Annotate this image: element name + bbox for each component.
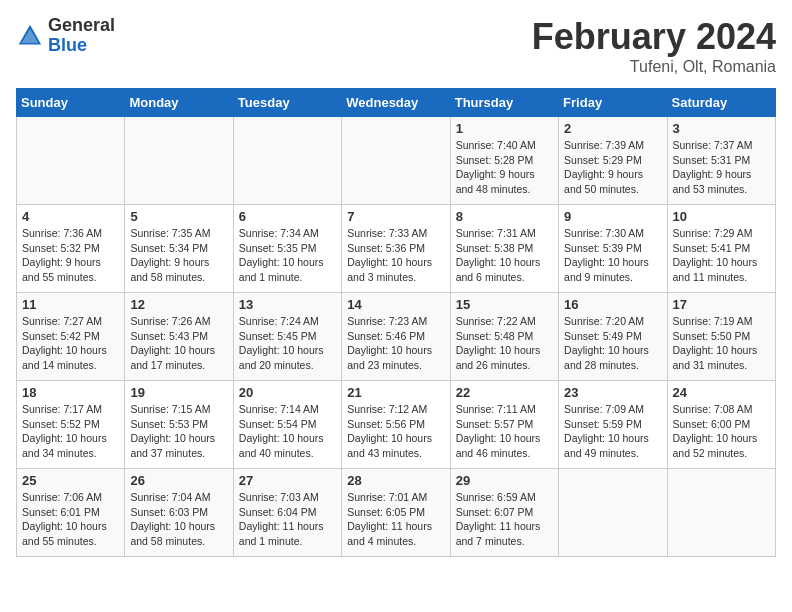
day-number: 21	[347, 385, 444, 400]
day-number: 14	[347, 297, 444, 312]
weekday-wednesday: Wednesday	[342, 89, 450, 117]
day-info: Sunrise: 7:35 AMSunset: 5:34 PMDaylight:…	[130, 226, 227, 285]
day-number: 7	[347, 209, 444, 224]
calendar-cell	[559, 469, 667, 557]
day-info: Sunrise: 7:04 AMSunset: 6:03 PMDaylight:…	[130, 490, 227, 549]
week-row-5: 25Sunrise: 7:06 AMSunset: 6:01 PMDayligh…	[17, 469, 776, 557]
calendar-cell: 14Sunrise: 7:23 AMSunset: 5:46 PMDayligh…	[342, 293, 450, 381]
day-info: Sunrise: 7:30 AMSunset: 5:39 PMDaylight:…	[564, 226, 661, 285]
calendar-cell: 2Sunrise: 7:39 AMSunset: 5:29 PMDaylight…	[559, 117, 667, 205]
logo: General Blue	[16, 16, 115, 56]
logo-text: General Blue	[48, 16, 115, 56]
day-number: 22	[456, 385, 553, 400]
calendar-cell: 8Sunrise: 7:31 AMSunset: 5:38 PMDaylight…	[450, 205, 558, 293]
calendar-cell	[233, 117, 341, 205]
week-row-4: 18Sunrise: 7:17 AMSunset: 5:52 PMDayligh…	[17, 381, 776, 469]
day-number: 9	[564, 209, 661, 224]
calendar-cell: 20Sunrise: 7:14 AMSunset: 5:54 PMDayligh…	[233, 381, 341, 469]
calendar-cell: 12Sunrise: 7:26 AMSunset: 5:43 PMDayligh…	[125, 293, 233, 381]
day-number: 4	[22, 209, 119, 224]
day-info: Sunrise: 7:03 AMSunset: 6:04 PMDaylight:…	[239, 490, 336, 549]
calendar-cell: 4Sunrise: 7:36 AMSunset: 5:32 PMDaylight…	[17, 205, 125, 293]
day-info: Sunrise: 6:59 AMSunset: 6:07 PMDaylight:…	[456, 490, 553, 549]
day-number: 1	[456, 121, 553, 136]
calendar-cell	[342, 117, 450, 205]
day-info: Sunrise: 7:24 AMSunset: 5:45 PMDaylight:…	[239, 314, 336, 373]
calendar-cell: 13Sunrise: 7:24 AMSunset: 5:45 PMDayligh…	[233, 293, 341, 381]
day-number: 12	[130, 297, 227, 312]
calendar-cell	[125, 117, 233, 205]
weekday-saturday: Saturday	[667, 89, 775, 117]
calendar-cell	[17, 117, 125, 205]
calendar-cell: 10Sunrise: 7:29 AMSunset: 5:41 PMDayligh…	[667, 205, 775, 293]
calendar-cell: 1Sunrise: 7:40 AMSunset: 5:28 PMDaylight…	[450, 117, 558, 205]
day-number: 23	[564, 385, 661, 400]
day-number: 2	[564, 121, 661, 136]
logo-general: General	[48, 16, 115, 36]
day-info: Sunrise: 7:09 AMSunset: 5:59 PMDaylight:…	[564, 402, 661, 461]
day-number: 27	[239, 473, 336, 488]
day-number: 18	[22, 385, 119, 400]
day-number: 5	[130, 209, 227, 224]
page-header: General Blue February 2024 Tufeni, Olt, …	[16, 16, 776, 76]
logo-icon	[16, 22, 44, 50]
day-info: Sunrise: 7:22 AMSunset: 5:48 PMDaylight:…	[456, 314, 553, 373]
day-info: Sunrise: 7:12 AMSunset: 5:56 PMDaylight:…	[347, 402, 444, 461]
day-number: 28	[347, 473, 444, 488]
calendar-header: SundayMondayTuesdayWednesdayThursdayFrid…	[17, 89, 776, 117]
calendar-cell: 15Sunrise: 7:22 AMSunset: 5:48 PMDayligh…	[450, 293, 558, 381]
day-number: 8	[456, 209, 553, 224]
weekday-row: SundayMondayTuesdayWednesdayThursdayFrid…	[17, 89, 776, 117]
calendar-cell: 25Sunrise: 7:06 AMSunset: 6:01 PMDayligh…	[17, 469, 125, 557]
calendar-cell: 9Sunrise: 7:30 AMSunset: 5:39 PMDaylight…	[559, 205, 667, 293]
day-number: 16	[564, 297, 661, 312]
day-info: Sunrise: 7:39 AMSunset: 5:29 PMDaylight:…	[564, 138, 661, 197]
logo-blue: Blue	[48, 36, 115, 56]
day-info: Sunrise: 7:01 AMSunset: 6:05 PMDaylight:…	[347, 490, 444, 549]
day-info: Sunrise: 7:20 AMSunset: 5:49 PMDaylight:…	[564, 314, 661, 373]
calendar-cell: 21Sunrise: 7:12 AMSunset: 5:56 PMDayligh…	[342, 381, 450, 469]
day-info: Sunrise: 7:26 AMSunset: 5:43 PMDaylight:…	[130, 314, 227, 373]
day-number: 26	[130, 473, 227, 488]
day-info: Sunrise: 7:37 AMSunset: 5:31 PMDaylight:…	[673, 138, 770, 197]
day-info: Sunrise: 7:34 AMSunset: 5:35 PMDaylight:…	[239, 226, 336, 285]
day-number: 29	[456, 473, 553, 488]
calendar-cell: 22Sunrise: 7:11 AMSunset: 5:57 PMDayligh…	[450, 381, 558, 469]
week-row-2: 4Sunrise: 7:36 AMSunset: 5:32 PMDaylight…	[17, 205, 776, 293]
day-info: Sunrise: 7:17 AMSunset: 5:52 PMDaylight:…	[22, 402, 119, 461]
calendar-cell: 16Sunrise: 7:20 AMSunset: 5:49 PMDayligh…	[559, 293, 667, 381]
day-info: Sunrise: 7:36 AMSunset: 5:32 PMDaylight:…	[22, 226, 119, 285]
month-year: February 2024	[532, 16, 776, 58]
day-number: 20	[239, 385, 336, 400]
weekday-tuesday: Tuesday	[233, 89, 341, 117]
day-number: 19	[130, 385, 227, 400]
calendar-cell: 27Sunrise: 7:03 AMSunset: 6:04 PMDayligh…	[233, 469, 341, 557]
day-number: 10	[673, 209, 770, 224]
week-row-3: 11Sunrise: 7:27 AMSunset: 5:42 PMDayligh…	[17, 293, 776, 381]
location: Tufeni, Olt, Romania	[532, 58, 776, 76]
calendar-cell: 3Sunrise: 7:37 AMSunset: 5:31 PMDaylight…	[667, 117, 775, 205]
weekday-friday: Friday	[559, 89, 667, 117]
day-info: Sunrise: 7:08 AMSunset: 6:00 PMDaylight:…	[673, 402, 770, 461]
day-number: 17	[673, 297, 770, 312]
calendar-cell: 6Sunrise: 7:34 AMSunset: 5:35 PMDaylight…	[233, 205, 341, 293]
calendar-cell: 23Sunrise: 7:09 AMSunset: 5:59 PMDayligh…	[559, 381, 667, 469]
day-info: Sunrise: 7:15 AMSunset: 5:53 PMDaylight:…	[130, 402, 227, 461]
calendar-cell: 19Sunrise: 7:15 AMSunset: 5:53 PMDayligh…	[125, 381, 233, 469]
calendar-cell: 5Sunrise: 7:35 AMSunset: 5:34 PMDaylight…	[125, 205, 233, 293]
weekday-monday: Monday	[125, 89, 233, 117]
calendar-cell: 7Sunrise: 7:33 AMSunset: 5:36 PMDaylight…	[342, 205, 450, 293]
day-number: 25	[22, 473, 119, 488]
day-info: Sunrise: 7:06 AMSunset: 6:01 PMDaylight:…	[22, 490, 119, 549]
day-info: Sunrise: 7:40 AMSunset: 5:28 PMDaylight:…	[456, 138, 553, 197]
calendar-cell: 24Sunrise: 7:08 AMSunset: 6:00 PMDayligh…	[667, 381, 775, 469]
day-info: Sunrise: 7:19 AMSunset: 5:50 PMDaylight:…	[673, 314, 770, 373]
calendar-cell: 29Sunrise: 6:59 AMSunset: 6:07 PMDayligh…	[450, 469, 558, 557]
calendar-body: 1Sunrise: 7:40 AMSunset: 5:28 PMDaylight…	[17, 117, 776, 557]
day-number: 13	[239, 297, 336, 312]
calendar-cell: 18Sunrise: 7:17 AMSunset: 5:52 PMDayligh…	[17, 381, 125, 469]
week-row-1: 1Sunrise: 7:40 AMSunset: 5:28 PMDaylight…	[17, 117, 776, 205]
day-number: 24	[673, 385, 770, 400]
calendar-cell: 26Sunrise: 7:04 AMSunset: 6:03 PMDayligh…	[125, 469, 233, 557]
day-info: Sunrise: 7:31 AMSunset: 5:38 PMDaylight:…	[456, 226, 553, 285]
